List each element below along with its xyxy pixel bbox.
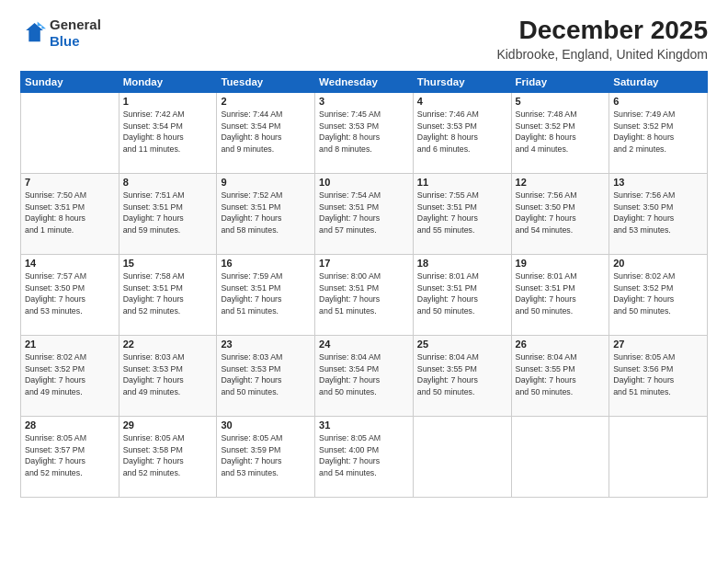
header: General Blue December 2025 Kidbrooke, En… [20,17,708,62]
day-cell: 31Sunrise: 8:05 AM Sunset: 4:00 PM Dayli… [315,416,414,497]
header-row: SundayMondayTuesdayWednesdayThursdayFrid… [21,71,708,92]
day-number: 20 [613,258,703,269]
header-cell-thursday: Thursday [413,71,511,92]
day-cell: 12Sunrise: 7:56 AM Sunset: 3:50 PM Dayli… [511,173,609,254]
day-cell: 28Sunrise: 8:05 AM Sunset: 3:57 PM Dayli… [21,416,119,497]
calendar-header: SundayMondayTuesdayWednesdayThursdayFrid… [21,71,708,92]
week-row-1: 1Sunrise: 7:42 AM Sunset: 3:54 PM Daylig… [21,92,708,173]
day-info: Sunrise: 8:02 AM Sunset: 3:52 PM Dayligh… [25,351,115,398]
day-cell: 15Sunrise: 7:58 AM Sunset: 3:51 PM Dayli… [119,254,217,335]
day-info: Sunrise: 8:03 AM Sunset: 3:53 PM Dayligh… [123,351,213,398]
logo: General Blue [20,17,101,50]
day-cell: 18Sunrise: 8:01 AM Sunset: 3:51 PM Dayli… [413,254,511,335]
day-number: 18 [417,258,507,269]
day-info: Sunrise: 7:44 AM Sunset: 3:54 PM Dayligh… [221,109,311,155]
day-info: Sunrise: 8:04 AM Sunset: 3:54 PM Dayligh… [319,351,409,398]
day-cell: 26Sunrise: 8:04 AM Sunset: 3:55 PM Dayli… [511,335,609,416]
month-title: December 2025 [496,17,708,45]
day-cell: 23Sunrise: 8:03 AM Sunset: 3:53 PM Dayli… [217,335,315,416]
day-cell: 30Sunrise: 8:05 AM Sunset: 3:59 PM Dayli… [217,416,315,497]
day-number: 10 [319,177,409,188]
day-number: 23 [221,339,311,350]
header-cell-sunday: Sunday [21,71,119,92]
day-cell [511,416,609,497]
day-cell: 19Sunrise: 8:01 AM Sunset: 3:51 PM Dayli… [511,254,609,335]
day-cell: 11Sunrise: 7:55 AM Sunset: 3:51 PM Dayli… [413,173,511,254]
day-cell: 5Sunrise: 7:48 AM Sunset: 3:52 PM Daylig… [511,92,609,173]
day-cell: 17Sunrise: 8:00 AM Sunset: 3:51 PM Dayli… [315,254,414,335]
day-cell: 24Sunrise: 8:04 AM Sunset: 3:54 PM Dayli… [315,335,414,416]
day-cell: 16Sunrise: 7:59 AM Sunset: 3:51 PM Dayli… [217,254,315,335]
header-cell-friday: Friday [511,71,609,92]
week-row-3: 14Sunrise: 7:57 AM Sunset: 3:50 PM Dayli… [21,254,708,335]
day-number: 27 [613,339,703,350]
day-number: 9 [221,177,311,188]
day-info: Sunrise: 8:05 AM Sunset: 3:57 PM Dayligh… [25,432,115,479]
day-number: 8 [123,177,213,188]
header-cell-wednesday: Wednesday [315,71,414,92]
header-cell-monday: Monday [119,71,217,92]
week-row-5: 28Sunrise: 8:05 AM Sunset: 3:57 PM Dayli… [21,416,708,497]
day-number: 13 [613,177,703,188]
day-cell: 8Sunrise: 7:51 AM Sunset: 3:51 PM Daylig… [119,173,217,254]
day-cell: 20Sunrise: 8:02 AM Sunset: 3:52 PM Dayli… [609,254,708,335]
day-info: Sunrise: 7:48 AM Sunset: 3:52 PM Dayligh… [516,109,606,155]
day-number: 24 [319,339,409,350]
day-number: 2 [221,96,311,107]
day-number: 21 [25,339,115,350]
day-cell: 29Sunrise: 8:05 AM Sunset: 3:58 PM Dayli… [119,416,217,497]
day-info: Sunrise: 7:42 AM Sunset: 3:54 PM Dayligh… [123,109,213,155]
day-number: 17 [319,258,409,269]
day-number: 3 [319,96,409,107]
calendar-table: SundayMondayTuesdayWednesdayThursdayFrid… [20,71,708,498]
logo-general: General [50,17,101,33]
day-number: 7 [25,177,115,188]
day-cell [609,416,708,497]
logo-blue: Blue [50,33,101,50]
day-number: 6 [613,96,703,107]
day-cell: 4Sunrise: 7:46 AM Sunset: 3:53 PM Daylig… [413,92,511,173]
day-info: Sunrise: 8:01 AM Sunset: 3:51 PM Dayligh… [417,270,507,317]
day-number: 11 [417,177,507,188]
day-info: Sunrise: 7:59 AM Sunset: 3:51 PM Dayligh… [221,270,311,317]
day-number: 26 [516,339,606,350]
day-info: Sunrise: 7:57 AM Sunset: 3:50 PM Dayligh… [25,270,115,317]
day-cell: 22Sunrise: 8:03 AM Sunset: 3:53 PM Dayli… [119,335,217,416]
day-number: 31 [319,419,409,431]
location: Kidbrooke, England, United Kingdom [496,47,708,62]
day-info: Sunrise: 8:05 AM Sunset: 4:00 PM Dayligh… [319,432,409,479]
day-number: 5 [516,96,606,107]
calendar-body: 1Sunrise: 7:42 AM Sunset: 3:54 PM Daylig… [21,92,708,497]
logo-icon [20,20,46,46]
day-info: Sunrise: 7:50 AM Sunset: 3:51 PM Dayligh… [25,190,115,236]
day-info: Sunrise: 8:02 AM Sunset: 3:52 PM Dayligh… [613,270,703,317]
day-info: Sunrise: 7:46 AM Sunset: 3:53 PM Dayligh… [417,109,507,155]
page: General Blue December 2025 Kidbrooke, En… [0,0,728,563]
day-info: Sunrise: 7:56 AM Sunset: 3:50 PM Dayligh… [516,190,606,236]
day-info: Sunrise: 7:45 AM Sunset: 3:53 PM Dayligh… [319,109,409,155]
day-cell: 21Sunrise: 8:02 AM Sunset: 3:52 PM Dayli… [21,335,119,416]
day-info: Sunrise: 8:03 AM Sunset: 3:53 PM Dayligh… [221,351,311,398]
day-info: Sunrise: 7:51 AM Sunset: 3:51 PM Dayligh… [123,190,213,236]
day-info: Sunrise: 7:52 AM Sunset: 3:51 PM Dayligh… [221,190,311,236]
title-block: December 2025 Kidbrooke, England, United… [496,17,708,62]
day-number: 28 [25,419,115,431]
day-info: Sunrise: 8:04 AM Sunset: 3:55 PM Dayligh… [417,351,507,398]
day-number: 29 [123,419,213,431]
day-number: 4 [417,96,507,107]
day-cell: 9Sunrise: 7:52 AM Sunset: 3:51 PM Daylig… [217,173,315,254]
day-number: 12 [516,177,606,188]
logo-text: General Blue [50,17,101,50]
day-cell: 10Sunrise: 7:54 AM Sunset: 3:51 PM Dayli… [315,173,414,254]
day-info: Sunrise: 8:04 AM Sunset: 3:55 PM Dayligh… [516,351,606,398]
day-info: Sunrise: 7:56 AM Sunset: 3:50 PM Dayligh… [613,190,703,236]
header-cell-tuesday: Tuesday [217,71,315,92]
day-info: Sunrise: 7:58 AM Sunset: 3:51 PM Dayligh… [123,270,213,317]
day-number: 30 [221,419,311,431]
day-info: Sunrise: 8:01 AM Sunset: 3:51 PM Dayligh… [516,270,606,317]
day-cell: 25Sunrise: 8:04 AM Sunset: 3:55 PM Dayli… [413,335,511,416]
day-number: 22 [123,339,213,350]
day-info: Sunrise: 8:05 AM Sunset: 3:59 PM Dayligh… [221,432,311,479]
day-info: Sunrise: 8:05 AM Sunset: 3:56 PM Dayligh… [613,351,703,398]
day-cell: 6Sunrise: 7:49 AM Sunset: 3:52 PM Daylig… [609,92,708,173]
